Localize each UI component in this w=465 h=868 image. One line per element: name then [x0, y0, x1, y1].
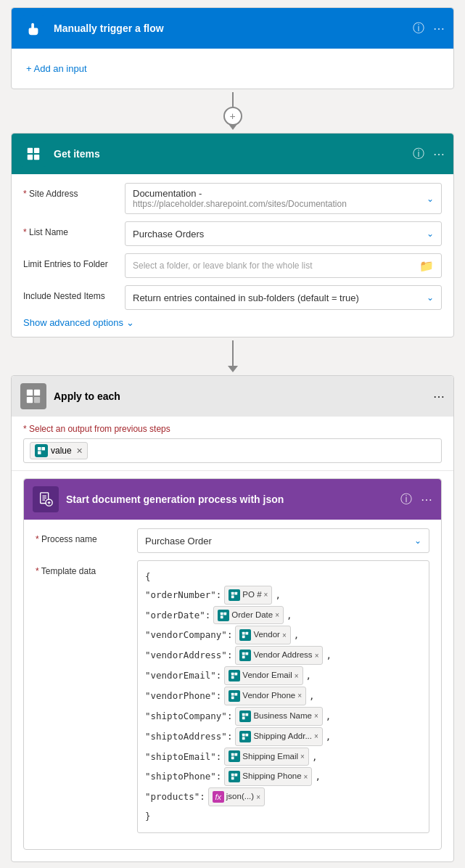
chip-close-icon[interactable]: ×	[304, 770, 308, 784]
apply-more-icon[interactable]: ⋯	[433, 390, 445, 404]
json-key: "shiptoEmail":	[145, 748, 221, 766]
template-close-brace: }	[145, 808, 421, 825]
svg-rect-2	[28, 155, 33, 160]
svg-rect-47	[231, 777, 234, 780]
chip-label: PO #	[242, 587, 261, 603]
svg-rect-0	[28, 148, 33, 153]
get-items-body: Site Address Documentation - https://pla…	[12, 174, 453, 337]
chip-close-icon[interactable]: ×	[300, 750, 305, 763]
show-advanced-chevron-icon: ⌄	[126, 317, 134, 328]
template-chip[interactable]: PO #×	[224, 586, 272, 605]
svg-rect-7	[34, 397, 40, 403]
connector-2	[228, 340, 238, 372]
doc-gen-header-actions: ⓘ ⋯	[400, 492, 432, 507]
apply-to-each-title: Apply to each	[54, 390, 426, 402]
template-data-row-item: "shiptoPhone":Shipping Phone×,	[145, 767, 421, 786]
limit-entries-input[interactable]: Select a folder, or leave blank for the …	[125, 253, 442, 278]
chip-close-icon[interactable]: ×	[256, 790, 260, 804]
process-name-dropdown[interactable]: Purchase Order ⌄	[137, 528, 429, 553]
template-chip[interactable]: Shipping Addr...×	[235, 727, 322, 746]
template-data-row-item: "orderDate":Order Date×,	[145, 606, 421, 625]
chip-close-icon[interactable]: ×	[314, 729, 318, 743]
template-chip[interactable]: Vendor Address×	[235, 646, 323, 665]
svg-rect-46	[235, 774, 238, 777]
include-nested-value: Return entries contained in sub-folders …	[133, 292, 427, 303]
site-address-dropdown[interactable]: Documentation - https://placeholder.shar…	[125, 183, 442, 214]
svg-rect-43	[235, 753, 238, 756]
chip-close-icon[interactable]: ×	[295, 669, 299, 683]
chip-close-icon[interactable]: ×	[315, 649, 319, 663]
manual-trigger-body: + Add an input	[12, 49, 453, 89]
output-tag-container[interactable]: value ✕	[23, 438, 442, 463]
template-chip[interactable]: fxjson(...)×	[208, 787, 265, 806]
folder-icon: 📁	[419, 259, 434, 273]
add-input-button[interactable]: + Add an input	[23, 57, 442, 80]
apply-to-each-header: Apply to each ⋯	[12, 376, 453, 417]
chip-close-icon[interactable]: ×	[275, 608, 279, 622]
show-advanced-options[interactable]: Show advanced options ⌄	[23, 317, 442, 328]
svg-rect-29	[242, 656, 245, 659]
chip-icon	[229, 750, 240, 762]
json-suffix: ,	[275, 586, 281, 604]
json-key: "vendorEmail":	[145, 667, 221, 684]
template-chip[interactable]: Vendor×	[235, 626, 290, 644]
template-data-row-item: "vendorAddress":Vendor Address×,	[145, 646, 421, 665]
svg-rect-34	[235, 693, 238, 696]
doc-gen-icon	[33, 486, 59, 512]
svg-rect-8	[38, 447, 41, 451]
template-chip[interactable]: Vendor Phone×	[224, 687, 306, 705]
svg-rect-33	[231, 693, 234, 696]
svg-rect-37	[246, 713, 249, 716]
limit-entries-row: Limit Entries to Folder Select a folder,…	[23, 253, 442, 278]
template-chip[interactable]: Order Date×	[213, 606, 284, 625]
chip-label: json(...)	[226, 789, 254, 805]
template-data-box[interactable]: { "orderNumber":PO #×,"orderDate":Order …	[137, 560, 429, 833]
limit-entries-label: Limit Entries to Folder	[23, 253, 118, 269]
chip-close-icon[interactable]: ×	[264, 588, 268, 602]
json-key: "orderNumber":	[145, 586, 221, 604]
template-chip[interactable]: Business Name×	[235, 707, 322, 726]
svg-rect-25	[246, 632, 249, 635]
svg-rect-26	[242, 636, 245, 639]
value-tag-close[interactable]: ✕	[76, 446, 83, 456]
svg-rect-38	[242, 716, 245, 719]
add-input-label: + Add an input	[26, 63, 87, 74]
get-items-more-icon[interactable]: ⋯	[433, 147, 445, 161]
svg-rect-24	[242, 632, 245, 635]
site-address-arrow-icon: ⌄	[427, 194, 434, 204]
get-items-help-icon[interactable]: ⓘ	[413, 147, 424, 162]
site-address-row: Site Address Documentation - https://pla…	[23, 183, 442, 214]
template-chip[interactable]: Shipping Phone×	[224, 767, 312, 786]
chip-close-icon[interactable]: ×	[314, 709, 318, 723]
process-name-label: Process name	[36, 528, 130, 544]
value-tag: value ✕	[30, 442, 88, 459]
svg-rect-45	[231, 774, 234, 777]
svg-rect-39	[242, 733, 245, 736]
chip-close-icon[interactable]: ×	[282, 629, 287, 642]
svg-rect-21	[221, 612, 223, 615]
doc-gen-more-icon[interactable]: ⋯	[421, 493, 432, 507]
json-key: "shiptoPhone":	[145, 768, 221, 785]
show-advanced-label: Show advanced options	[23, 317, 123, 328]
template-data-row-item: "vendorCompany":Vendor×,	[145, 626, 421, 644]
doc-gen-help-icon[interactable]: ⓘ	[400, 492, 412, 507]
list-name-dropdown[interactable]: Purchase Orders ⌄	[125, 221, 442, 246]
list-name-value: Purchase Orders	[133, 229, 427, 239]
apply-header-actions: ⋯	[433, 390, 445, 404]
template-chip[interactable]: Vendor Email×	[224, 666, 303, 685]
template-chip[interactable]: Shipping Email×	[224, 748, 309, 766]
chip-close-icon[interactable]: ×	[297, 689, 302, 703]
site-address-label: Site Address	[23, 183, 118, 199]
add-step-button-1[interactable]: +	[223, 107, 242, 126]
trigger-help-icon[interactable]: ⓘ	[413, 21, 424, 36]
doc-gen-card: Start document generation process with j…	[23, 478, 442, 850]
include-nested-dropdown[interactable]: Return entries contained in sub-folders …	[125, 285, 442, 310]
get-items-icon	[20, 141, 46, 167]
chip-icon	[239, 731, 251, 742]
site-address-top: Documentation -	[133, 188, 427, 199]
trigger-more-icon[interactable]: ⋯	[433, 22, 445, 36]
connector-line-2	[232, 340, 234, 366]
include-nested-label: Include Nested Items	[23, 285, 118, 301]
chip-icon	[239, 650, 251, 661]
svg-rect-10	[38, 451, 41, 455]
